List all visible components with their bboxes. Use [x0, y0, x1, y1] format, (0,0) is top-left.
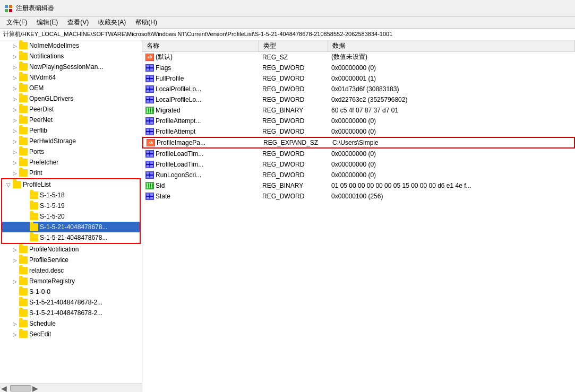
icon-dword-plt1	[145, 150, 154, 158]
svg-rect-43	[147, 183, 148, 188]
value-row-profileimagepath[interactable]: ab ProfileImagePa... REG_EXPAND_SZ C:\Us…	[142, 137, 575, 149]
tree-item-s15211[interactable]: S-1-5-21-4048478678...	[2, 222, 140, 232]
icon-dword-lpl2	[145, 96, 154, 103]
tree-item-profileservice[interactable]: ▷ ProfileService	[0, 255, 142, 265]
tree-label-schedule: Schedule	[29, 320, 56, 327]
value-row-sid[interactable]: Sid REG_BINARY 01 05 00 00 00 00 00 05 1…	[142, 180, 575, 191]
address-bar: 计算机\HKEY_LOCAL_MACHINE\SOFTWARE\Microsof…	[0, 29, 575, 40]
tree-item-s1520[interactable]: S-1-5-20	[2, 211, 140, 222]
value-row-profileattempt2[interactable]: ProfileAttempt REG_DWORD 0x00000000 (0)	[142, 126, 575, 137]
value-row-localprofilelo1[interactable]: LocalProfileLo... REG_DWORD 0x01d73d6f (…	[142, 84, 575, 94]
title-bar: 注册表编辑器	[0, 0, 575, 17]
tree-item-perhwldstorage[interactable]: ▷ PerHwIdStorage	[0, 136, 142, 146]
expander-s1520	[21, 212, 30, 221]
val-name-profileattempt2: ProfileAttempt	[142, 127, 259, 136]
tree-item-noimemodel[interactable]: ▷ NoImeModelImes	[0, 40, 142, 51]
value-row-flags[interactable]: Flags REG_DWORD 0x00000000 (0)	[142, 63, 575, 73]
values-pane: 名称 类型 数据 ab (默认) REG_SZ (数值未设置)	[142, 40, 575, 392]
folder-icon-nowplaying	[19, 63, 28, 71]
tree-item-opengldrivers[interactable]: ▷ OpenGLDrivers	[0, 93, 142, 104]
tree-label-secedit: SecEdit	[29, 330, 51, 338]
tree-item-s1519[interactable]: S-1-5-19	[2, 201, 140, 211]
svg-rect-30	[150, 132, 153, 134]
val-type-state: REG_DWORD	[259, 192, 328, 201]
tree-scroll[interactable]: ▷ NoImeModelImes ▷ Notifications ▷ NowPl…	[0, 40, 142, 384]
expander-print: ▷	[11, 169, 19, 177]
value-row-default[interactable]: ab (默认) REG_SZ (数值未设置)	[142, 52, 575, 63]
expander-opengldrivers: ▷	[11, 94, 19, 103]
tree-item-schedule[interactable]: ▷ Schedule	[0, 318, 142, 329]
tree-item-ntvdm64[interactable]: ▷ NtVdm64	[0, 72, 142, 83]
menu-help[interactable]: 帮助(H)	[131, 17, 161, 28]
expander-peerdist: ▷	[11, 105, 19, 114]
value-row-profileloadtim1[interactable]: ProfileLoadTim... REG_DWORD 0x00000000 (…	[142, 149, 575, 159]
tree-item-oem[interactable]: ▷ OEM	[0, 83, 142, 93]
tree-item-perflib[interactable]: ▷ Perflib	[0, 125, 142, 136]
folder-icon-remoteregistry	[19, 277, 28, 285]
folder-icon-profilenotification	[19, 246, 28, 253]
tree-item-profilenotification[interactable]: ▷ ProfileNotification	[0, 244, 142, 255]
values-scroll[interactable]: ab (默认) REG_SZ (数值未设置) Flags REG_DWORD 0…	[142, 52, 575, 392]
tree-item-nowplaying[interactable]: ▷ NowPlayingSessionMan...	[0, 62, 142, 72]
tree-scroll-thumb[interactable]	[10, 385, 31, 391]
tree-item-ports[interactable]: ▷ Ports	[0, 146, 142, 157]
value-row-migrated[interactable]: Migrated REG_BINARY 60 c5 4f 07 87 37 d7…	[142, 105, 575, 116]
svg-rect-27	[147, 129, 149, 131]
values-header: 名称 类型 数据	[142, 40, 575, 52]
icon-dword-plt2	[145, 161, 154, 168]
menu-favorites[interactable]: 收藏夹(A)	[94, 17, 130, 28]
svg-rect-11	[150, 79, 153, 81]
tree-item-peerdist[interactable]: ▷ PeerDist	[0, 104, 142, 115]
val-name-fullprofile: FullProfile	[142, 74, 259, 83]
folder-icon-s1518	[30, 191, 38, 199]
folder-icon-profilelist	[13, 181, 21, 188]
menu-file[interactable]: 文件(F)	[2, 17, 31, 28]
tree-item-s152121[interactable]: S-1-5-21-4048478678-2...	[0, 297, 142, 308]
val-data-pa2: 0x00000000 (0)	[328, 127, 575, 136]
svg-rect-5	[150, 65, 153, 67]
scroll-left-btn[interactable]: ◀	[0, 384, 8, 393]
val-type-plt2: REG_DWORD	[259, 160, 328, 169]
menu-edit[interactable]: 编辑(E)	[32, 17, 62, 28]
svg-rect-16	[147, 97, 149, 99]
value-row-fullprofile[interactable]: FullProfile REG_DWORD 0x00000001 (1)	[142, 73, 575, 84]
svg-rect-40	[150, 172, 153, 175]
tree-item-relateddesc[interactable]: related.desc	[0, 265, 142, 276]
expander-peernet: ▷	[11, 116, 19, 124]
value-row-profileattempt1[interactable]: ProfileAttempt... REG_DWORD 0x00000000 (…	[142, 116, 575, 126]
tree-item-s1518[interactable]: S-1-5-18	[2, 190, 140, 201]
tree-item-print[interactable]: ▷ Print	[0, 168, 142, 178]
tree-item-remoteregistry[interactable]: ▷ RemoteRegistry	[0, 276, 142, 286]
menu-bar: 文件(F) 编辑(E) 查看(V) 收藏夹(A) 帮助(H)	[0, 17, 575, 29]
val-type-pa2: REG_DWORD	[259, 127, 328, 136]
tree-hscrollbar[interactable]: ◀ ▶	[0, 384, 142, 392]
svg-rect-41	[147, 176, 149, 178]
value-row-runlogonscri[interactable]: RunLogonScri... REG_DWORD 0x00000000 (0)	[142, 170, 575, 180]
svg-rect-10	[147, 79, 149, 81]
tree-item-notifications[interactable]: ▷ Notifications	[0, 51, 142, 62]
val-data-default: (数值未设置)	[328, 52, 575, 62]
tree-label-prefetcher: Prefetcher	[29, 159, 58, 166]
tree-item-prefetcher[interactable]: ▷ Prefetcher	[0, 157, 142, 168]
tree-item-secedit[interactable]: ▷ SecEdit	[0, 329, 142, 339]
tree-item-peernet[interactable]: ▷ PeerNet	[0, 115, 142, 125]
expander-perhwldstorage: ▷	[11, 137, 19, 145]
expander-s15212	[21, 233, 30, 242]
tree-item-s152122[interactable]: S-1-5-21-4048478678-2...	[0, 308, 142, 318]
val-type-rls: REG_DWORD	[259, 171, 328, 179]
expander-notifications: ▷	[11, 52, 19, 60]
tree-label-remoteregistry: RemoteRegistry	[29, 277, 75, 285]
svg-rect-13	[150, 86, 153, 89]
scroll-right-btn[interactable]: ▶	[31, 384, 39, 393]
tree-item-profilelist[interactable]: ▽ ProfileList	[2, 179, 140, 190]
menu-view[interactable]: 查看(V)	[63, 17, 93, 28]
svg-rect-21	[149, 108, 150, 113]
tree-item-s15212[interactable]: S-1-5-21-4048478678...	[2, 232, 140, 243]
value-row-profileloadtim2[interactable]: ProfileLoadTim... REG_DWORD 0x00000000 (…	[142, 159, 575, 170]
value-row-state[interactable]: State REG_DWORD 0x00000100 (256)	[142, 191, 575, 202]
icon-dword-rls	[145, 171, 154, 179]
tree-label-s1518: S-1-5-18	[40, 191, 65, 199]
value-row-localprofilelo2[interactable]: LocalProfileLo... REG_DWORD 0xd22763c2 (…	[142, 94, 575, 105]
icon-dword-fullprofile	[145, 75, 154, 82]
tree-item-s100[interactable]: S-1-0-0	[0, 286, 142, 297]
